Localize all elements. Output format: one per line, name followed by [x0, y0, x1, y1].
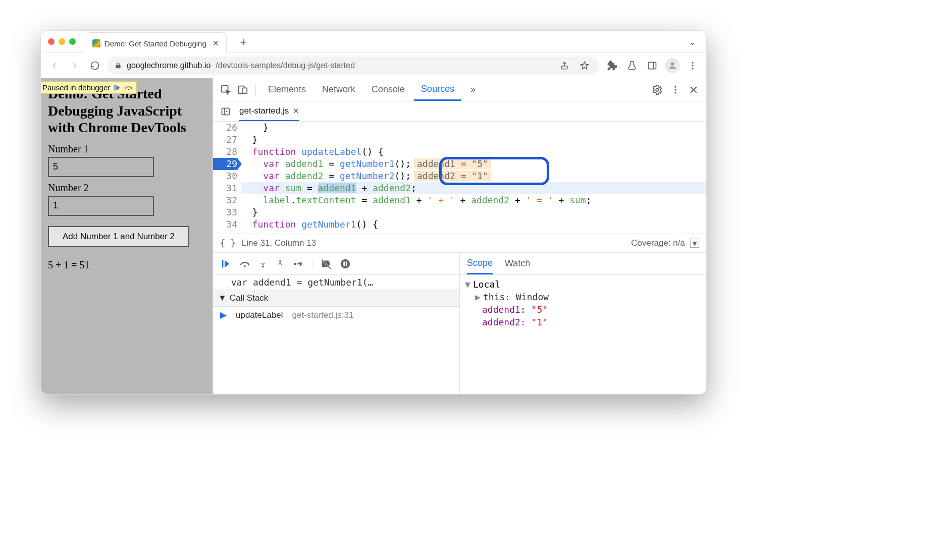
svg-point-19: [244, 265, 246, 267]
file-name: get-started.js: [239, 106, 289, 116]
close-devtools-icon[interactable]: [686, 82, 701, 97]
svg-point-23: [341, 259, 350, 268]
paused-label: Paused in debugger: [42, 83, 110, 92]
close-file-icon[interactable]: ✕: [293, 106, 299, 116]
svg-point-5: [692, 65, 693, 66]
tab-watch[interactable]: Watch: [505, 253, 530, 274]
device-icon[interactable]: [235, 82, 250, 97]
current-frame-icon: ▶: [220, 310, 227, 320]
svg-rect-25: [346, 261, 347, 266]
file-tab[interactable]: get-started.js ✕: [239, 101, 299, 121]
add-button[interactable]: Add Number 1 and Number 2: [48, 226, 189, 247]
paused-overlay: Paused in debugger: [41, 81, 137, 94]
reload-button[interactable]: [87, 58, 102, 73]
navigator-icon[interactable]: [218, 104, 233, 119]
svg-rect-24: [343, 261, 345, 266]
step-over-button[interactable]: [239, 258, 250, 269]
file-tabs: get-started.js ✕: [213, 101, 706, 122]
kebab-icon[interactable]: [668, 82, 683, 97]
tab-title: Demo: Get Started Debugging: [104, 39, 206, 48]
svg-point-22: [294, 262, 296, 265]
bookmark-icon[interactable]: [577, 58, 592, 73]
resume-icon[interactable]: [113, 84, 121, 92]
tab-network[interactable]: Network: [315, 78, 362, 101]
back-button[interactable]: [47, 58, 62, 73]
traffic-lights: [48, 38, 76, 45]
labs-icon[interactable]: [624, 58, 640, 73]
address-bar[interactable]: googlechrome.github.io/devtools-samples/…: [108, 57, 599, 75]
step-over-icon[interactable]: [124, 84, 133, 92]
inspect-icon[interactable]: [218, 82, 233, 97]
svg-point-14: [674, 89, 676, 90]
coverage-toggle-icon[interactable]: ▾: [690, 239, 699, 248]
format-icon[interactable]: { }: [220, 238, 236, 248]
browser-tab[interactable]: Demo: Get Started Debugging ✕: [85, 32, 227, 54]
url-host: googlechrome.github.io: [127, 61, 210, 70]
svg-point-21: [279, 260, 281, 262]
close-tab-icon[interactable]: ✕: [213, 39, 219, 48]
callstack-item[interactable]: ▶ updateLabel get-started.js:31: [213, 307, 459, 323]
close-window[interactable]: [48, 38, 55, 45]
resume-button[interactable]: [220, 258, 231, 269]
sidepanel-icon[interactable]: [645, 58, 660, 73]
minimize-window[interactable]: [59, 38, 65, 45]
tab-elements[interactable]: Elements: [261, 78, 313, 101]
number2-label: Number 2: [48, 182, 205, 194]
step-out-button[interactable]: [276, 258, 285, 269]
lock-icon: [115, 62, 122, 69]
tab-scope[interactable]: Scope: [467, 253, 493, 274]
callstack-header[interactable]: ▼ Call Stack: [213, 290, 459, 307]
deactivate-breakpoints-button[interactable]: [321, 258, 332, 269]
svg-point-20: [262, 265, 264, 267]
step-button[interactable]: [293, 258, 304, 269]
devtools-tabs: Elements Network Console Sources »: [213, 78, 706, 101]
tab-sources[interactable]: Sources: [414, 78, 461, 101]
stack-fn: updateLabel: [236, 310, 283, 320]
svg-point-6: [692, 68, 693, 69]
tabs-chevron-icon[interactable]: ⌄: [689, 36, 696, 47]
favicon: [92, 39, 100, 47]
code-editor[interactable]: 262728293031323334 } } function updateLa…: [213, 122, 706, 234]
stack-src: get-started.js:31: [292, 310, 354, 320]
result-text: 5 + 1 = 51: [48, 259, 205, 271]
extensions-icon[interactable]: [604, 58, 619, 73]
scope-this[interactable]: ▶this: Window: [465, 291, 701, 303]
scope-var[interactable]: addend1: "5": [465, 303, 701, 316]
titlebar: Demo: Get Started Debugging ✕ ＋ ⌄: [41, 31, 706, 53]
chevron-down-icon: ▼: [218, 293, 227, 303]
scope-var[interactable]: addend2: "1": [465, 316, 701, 328]
page-content: Paused in debugger Demo: Get Started Deb…: [41, 78, 213, 394]
menu-icon[interactable]: [685, 58, 700, 73]
svg-point-15: [674, 92, 676, 93]
svg-rect-18: [222, 260, 224, 267]
svg-point-4: [692, 62, 693, 63]
number1-label: Number 1: [48, 143, 205, 155]
svg-rect-1: [649, 62, 656, 69]
step-into-button[interactable]: [258, 258, 268, 269]
share-icon[interactable]: [557, 58, 572, 73]
devtools: Elements Network Console Sources » get-s…: [213, 78, 706, 394]
forward-button[interactable]: [67, 58, 82, 73]
svg-rect-7: [115, 85, 116, 90]
new-tab-button[interactable]: ＋: [238, 34, 249, 49]
debugger-controls: [213, 253, 459, 275]
number1-input[interactable]: [48, 157, 154, 177]
cursor-position: Line 31, Column 13: [242, 238, 316, 248]
svg-point-8: [128, 89, 130, 90]
coverage-label: Coverage: n/a: [631, 238, 685, 248]
pause-exceptions-button[interactable]: [340, 258, 351, 269]
settings-icon[interactable]: [650, 82, 665, 97]
svg-point-13: [674, 86, 676, 87]
svg-rect-16: [222, 108, 230, 115]
profile-icon[interactable]: [665, 58, 680, 73]
tab-more[interactable]: »: [463, 78, 483, 101]
number2-input[interactable]: [48, 196, 154, 216]
scope-body: ▼Local ▶this: Window addend1: "5" addend…: [460, 275, 706, 331]
svg-point-3: [671, 62, 674, 66]
code-snippet: var addend1 = getNumber1(…: [213, 275, 459, 290]
svg-rect-11: [243, 88, 247, 93]
scope-section[interactable]: ▼Local: [465, 278, 701, 291]
maximize-window[interactable]: [69, 38, 76, 45]
svg-point-12: [656, 88, 659, 91]
tab-console[interactable]: Console: [364, 78, 412, 101]
